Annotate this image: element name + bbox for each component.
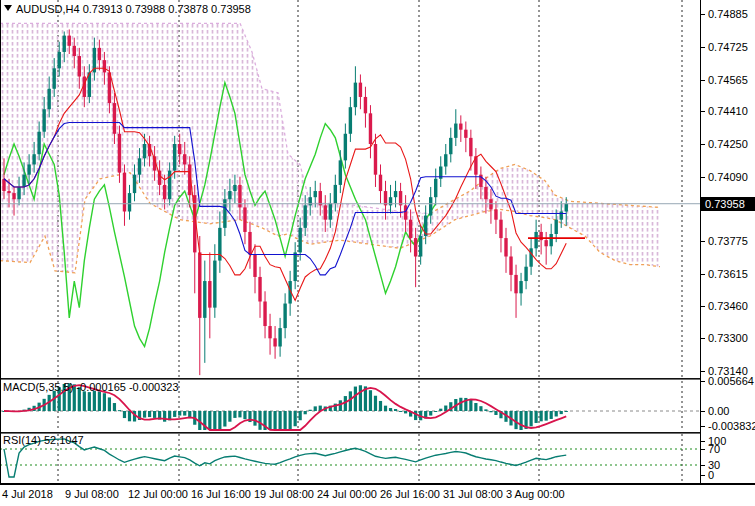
macd-axis-label: -0.003832 (708, 420, 755, 432)
rsi-line (4, 439, 566, 477)
axis-tick (701, 14, 705, 15)
price-axis-label: 0.73300 (708, 332, 748, 344)
axis-tick (701, 274, 705, 275)
time-axis-label: 4 Jul 2018 (2, 488, 53, 500)
price-axis-label: 0.73460 (708, 300, 748, 312)
axis-tick (701, 381, 705, 382)
time-axis[interactable]: 4 Jul 20189 Jul 08:0012 Jul 00:0016 Jul … (0, 483, 755, 506)
price-axis-label: 0.74250 (708, 138, 748, 150)
axis-tick (701, 338, 705, 339)
axis-tick (701, 177, 705, 178)
axis-tick (701, 426, 705, 427)
axis-tick (701, 411, 705, 412)
rsi-indicator-label: RSI(14) 52.1047 (3, 434, 84, 446)
price-axis-label: 0.73775 (708, 235, 748, 247)
price-axis-label: 0.74090 (708, 171, 748, 183)
rsi-axis-label: 70 (708, 443, 720, 455)
macd-indicator-label: MACD(5,35,5) -0.000165 -0.000323 (3, 381, 179, 393)
time-axis-label: 3 Aug 00:00 (506, 488, 565, 500)
time-axis-label: 12 Jul 00:00 (128, 488, 188, 500)
axis-tick (701, 475, 705, 476)
chart-title-ohlc: 0.73913 0.73988 0.73878 0.73958 (83, 3, 251, 15)
pane-separator-macd[interactable] (0, 378, 700, 380)
time-axis-label: 31 Jul 08:00 (443, 488, 503, 500)
axis-tick (701, 441, 705, 442)
time-axis-label: 26 Jul 16:00 (380, 488, 440, 500)
axis-tick (701, 465, 705, 466)
axis-tick (701, 241, 705, 242)
axis-tick (701, 371, 705, 372)
time-axis-label: 9 Jul 08:00 (65, 488, 119, 500)
axis-tick (701, 449, 705, 450)
pane-separator-rsi[interactable] (0, 432, 700, 434)
mt4-chart-window: AUDUSD,H4 0.73913 0.73988 0.73878 0.7395… (0, 0, 755, 506)
time-axis-label: 19 Jul 08:00 (254, 488, 314, 500)
price-axis[interactable]: 0.748850.747250.745650.744100.742500.740… (700, 0, 755, 483)
axis-tick (701, 80, 705, 81)
current-price-box: 0.73958 (701, 197, 755, 211)
time-axis-label: 16 Jul 16:00 (191, 488, 251, 500)
price-axis-label: 0.74410 (708, 105, 748, 117)
chart-title: AUDUSD,H4 0.73913 0.73988 0.73878 0.7395… (16, 3, 251, 15)
chart-canvas[interactable] (0, 0, 700, 483)
price-axis-label: 0.74725 (708, 41, 748, 53)
price-axis-label: 0.74565 (708, 74, 748, 86)
symbol-dropdown-icon[interactable] (4, 5, 12, 11)
price-axis-label: 0.73615 (708, 268, 748, 280)
macd-axis-label: 0.005664 (708, 375, 754, 387)
axis-tick (701, 306, 705, 307)
time-axis-label: 24 Jul 00:00 (317, 488, 377, 500)
axis-tick (701, 144, 705, 145)
axis-tick (701, 111, 705, 112)
axis-tick (701, 47, 705, 48)
price-axis-label: 0.74885 (708, 8, 748, 20)
rsi-axis-label: 0 (708, 469, 714, 481)
chart-title-symbol: AUDUSD,H4 (16, 3, 80, 15)
macd-axis-label: 0.00 (708, 405, 729, 417)
